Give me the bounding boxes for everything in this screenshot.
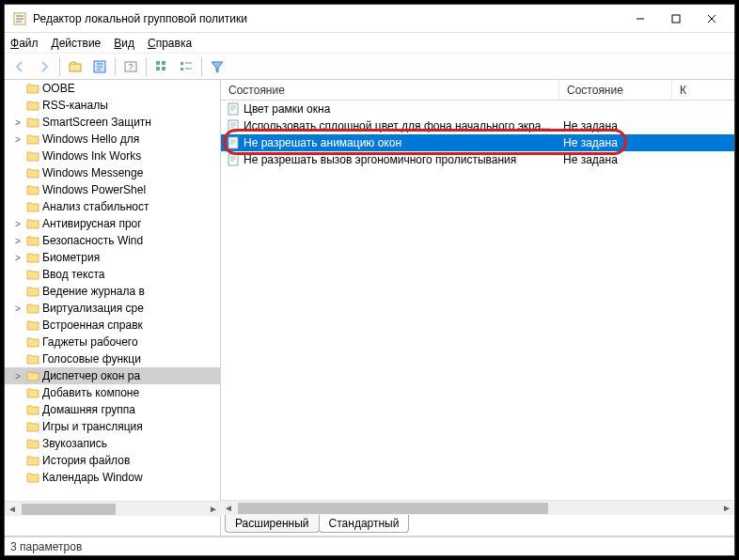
expander-icon[interactable]: > (12, 236, 24, 246)
tree-item-label: Гаджеты рабочего (42, 335, 138, 349)
expander-icon[interactable]: > (12, 117, 24, 128)
window-title: Редактор локальной групповой политики (33, 12, 631, 25)
svg-rect-11 (181, 68, 183, 70)
properties-button[interactable] (88, 55, 111, 78)
scroll-thumb[interactable] (238, 503, 548, 514)
tree-item[interactable]: Встроенная справк (5, 317, 220, 334)
list-view-button[interactable] (175, 55, 197, 78)
policy-name: Цвет рамки окна (244, 102, 563, 116)
svg-rect-13 (228, 120, 238, 132)
column-comment[interactable]: К (672, 80, 734, 100)
help-button[interactable]: ? (119, 55, 142, 78)
folder-icon (26, 235, 39, 246)
tree-item[interactable]: История файлов (5, 452, 220, 469)
separator (146, 57, 147, 76)
column-state[interactable]: Состояние (559, 80, 672, 100)
tree-item-label: SmartScreen Защитн (42, 116, 151, 129)
tree-horizontal-scrollbar[interactable]: ◄ ► (5, 501, 221, 516)
expander-icon[interactable]: > (12, 219, 24, 229)
expander-icon[interactable]: > (12, 253, 24, 263)
tree-item-label: Игры и трансляция (42, 420, 143, 433)
icon-view-button[interactable] (150, 55, 173, 78)
tree-item[interactable]: >SmartScreen Защитн (5, 114, 220, 131)
tree-item[interactable]: >Диспетчер окон ра (5, 367, 220, 384)
expander-icon[interactable]: > (12, 371, 24, 381)
policy-state: Не задана (563, 153, 676, 166)
tree-item-label: Windows Hello для (42, 132, 139, 146)
tree-item-label: Безопасность Wind (42, 234, 143, 247)
tree-item[interactable]: Звукозапись (5, 435, 220, 452)
policy-icon (227, 136, 240, 149)
tree-item[interactable]: >Безопасность Wind (5, 232, 220, 249)
folder-icon (26, 438, 39, 449)
tree-item[interactable]: Ведение журнала в (5, 283, 220, 300)
up-button[interactable] (64, 55, 86, 78)
policy-icon (227, 102, 240, 116)
scroll-left-icon[interactable]: ◄ (221, 503, 236, 513)
scroll-thumb[interactable] (22, 504, 116, 515)
separator (115, 57, 116, 76)
scroll-left-icon[interactable]: ◄ (5, 504, 20, 514)
policy-name: Не разрешать вызов эргономичного пролист… (244, 153, 563, 166)
svg-rect-8 (156, 67, 160, 70)
svg-rect-9 (162, 67, 165, 70)
tree-item[interactable]: >Виртуализация сре (5, 300, 220, 317)
menu-action[interactable]: Действие (52, 37, 102, 50)
tree-item[interactable]: Игры и трансляция (5, 418, 220, 435)
folder-icon (26, 421, 39, 432)
list-row[interactable]: Не разрешать вызов эргономичного пролист… (221, 151, 734, 168)
policy-state: Не задана (563, 119, 676, 132)
tree-item[interactable]: Windows Messenge (5, 164, 220, 181)
column-policy[interactable]: Состояние (221, 80, 559, 100)
menu-help[interactable]: Справка (148, 37, 192, 50)
minimize-button[interactable] (631, 9, 650, 28)
tree-item[interactable]: OOBE (5, 80, 220, 97)
expander-icon[interactable]: > (12, 134, 24, 145)
tree-item[interactable]: Домашняя группа (5, 401, 220, 418)
tab-extended[interactable]: Расширенный (225, 515, 320, 533)
content-area: OOBERSS-каналы>SmartScreen Защитн>Window… (5, 80, 734, 537)
maximize-button[interactable] (667, 9, 685, 28)
folder-icon (26, 184, 39, 195)
tree-panel[interactable]: OOBERSS-каналы>SmartScreen Защитн>Window… (5, 80, 221, 536)
tree-item[interactable]: >Антивирусная прог (5, 215, 220, 232)
details-panel: Состояние Состояние К Цвет рамки окнаИсп… (221, 80, 734, 536)
folder-icon (26, 167, 39, 179)
list-row[interactable]: Использовать сплошной цвет для фона нача… (221, 117, 734, 134)
tree-item[interactable]: Календарь Window (5, 469, 220, 486)
tree-item[interactable]: Добавить компоне (5, 384, 220, 401)
menu-file[interactable]: Файл (10, 37, 39, 50)
tree-item[interactable]: Windows PowerShel (5, 181, 220, 198)
tree-item-label: RSS-каналы (42, 99, 108, 112)
tree-item[interactable]: >Windows Hello для (5, 131, 220, 148)
scroll-right-icon[interactable]: ► (719, 503, 734, 513)
folder-icon (26, 353, 39, 365)
expander-icon[interactable]: > (12, 303, 24, 314)
tab-standard[interactable]: Стандартный (319, 515, 410, 533)
tree-item[interactable]: Анализ стабильност (5, 198, 220, 215)
tree-item[interactable]: Голосовые функци (5, 350, 220, 367)
menubar: Файл Действие Вид Справка (5, 33, 734, 54)
svg-rect-12 (228, 103, 238, 115)
horizontal-scrollbar[interactable]: ◄ ► (221, 500, 734, 515)
tree-item[interactable]: RSS-каналы (5, 97, 220, 114)
filter-button[interactable] (206, 55, 228, 78)
svg-rect-14 (228, 137, 238, 148)
svg-rect-6 (156, 61, 160, 65)
tree-item-label: Ввод текста (42, 268, 104, 281)
svg-rect-1 (672, 15, 680, 23)
folder-icon (26, 336, 39, 348)
list-row[interactable]: Не разрешать анимацию оконНе задана (221, 134, 734, 151)
tree-item[interactable]: Windows Ink Works (5, 148, 220, 164)
menu-view[interactable]: Вид (114, 37, 134, 50)
tree-item[interactable]: Гаджеты рабочего (5, 334, 220, 350)
tree-item-label: OOBE (42, 82, 75, 95)
tree-item-label: Календарь Window (42, 471, 143, 484)
scroll-right-icon[interactable]: ► (206, 504, 221, 514)
list-body[interactable]: Цвет рамки окнаИспользовать сплошной цве… (221, 101, 734, 500)
tree-item[interactable]: Ввод текста (5, 266, 220, 283)
list-row[interactable]: Цвет рамки окна (221, 101, 734, 117)
svg-rect-10 (181, 62, 183, 65)
close-button[interactable] (702, 9, 721, 28)
tree-item[interactable]: >Биометрия (5, 249, 220, 266)
